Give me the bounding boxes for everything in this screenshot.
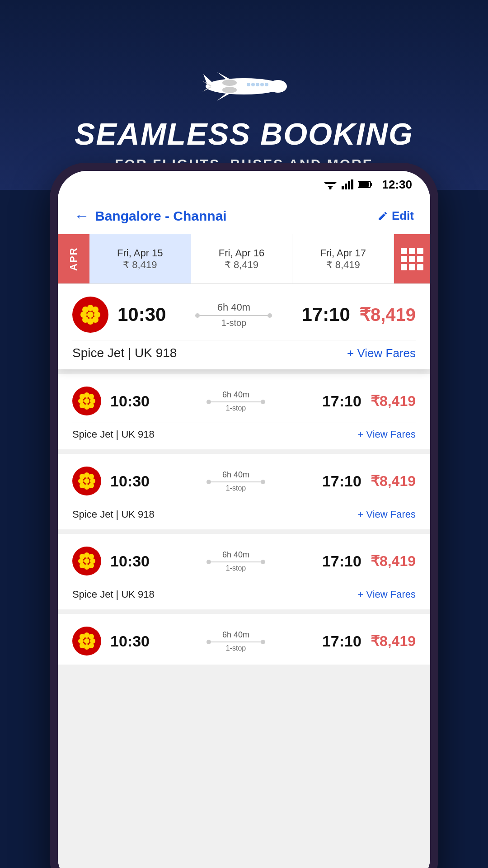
airline-logo-1 <box>72 387 101 415</box>
fare-4: ₹8,419 <box>371 632 416 650</box>
svg-rect-13 <box>342 186 344 189</box>
depart-time-4: 10:30 <box>110 632 150 650</box>
duration-text-1: 6h 40m <box>222 390 249 400</box>
svg-rect-14 <box>345 184 347 189</box>
view-fares-button-2[interactable]: + View Fares <box>357 509 416 520</box>
depart-time-1: 10:30 <box>110 392 150 410</box>
date-day-2: Fri, Apr 17 <box>320 247 366 259</box>
back-arrow-icon: ← <box>74 207 89 225</box>
arrive-time-4: 17:10 <box>322 632 361 650</box>
spicejet-logo-2 <box>74 468 100 494</box>
depart-time-3: 10:30 <box>110 552 150 570</box>
fare-3: ₹8,419 <box>371 552 416 570</box>
spicejet-logo-1 <box>74 388 100 414</box>
svg-point-35 <box>84 398 89 404</box>
app-header: ← Bangalore - Channai Edit <box>58 198 430 234</box>
flight-info-row-2: Spice Jet | UK 918 + View Fares <box>72 503 416 520</box>
flight-times-2: 10:30 6h 40m 1-stop 17:10 <box>110 470 361 492</box>
flight-card-2[interactable]: 10:30 6h 40m 1-stop 17:10 ₹8,419 <box>58 454 430 529</box>
flight-main-row-0: 10:30 6h 40m 1-stop 17:10 ₹8,419 <box>72 297 416 333</box>
svg-point-1 <box>269 80 287 93</box>
flight-times-3: 10:30 6h 40m 1-stop 17:10 <box>110 550 361 572</box>
back-button[interactable]: ← Bangalore - Channai <box>74 207 227 225</box>
svg-point-65 <box>84 638 89 644</box>
date-selector: APR Fri, Apr 15 ₹ 8,419 Fri, Apr 16 ₹ 8,… <box>58 234 430 284</box>
svg-rect-19 <box>359 182 369 187</box>
fare-0: ₹8,419 <box>359 304 416 325</box>
svg-point-29 <box>92 316 99 323</box>
status-bar: 12:30 <box>58 171 430 198</box>
duration-info-4: 6h 40m 1-stop <box>209 630 263 652</box>
duration-info-0: 6h 40m 1-stop <box>197 302 270 328</box>
stops-text-0: 1-stop <box>221 318 247 328</box>
route-title: Bangalore - Channai <box>95 208 227 224</box>
duration-line-2 <box>209 481 263 482</box>
date-item-2[interactable]: Fri, Apr 17 ₹ 8,419 <box>292 234 394 283</box>
date-price-0: ₹ 8,419 <box>123 259 157 271</box>
view-fares-button-1[interactable]: + View Fares <box>357 429 416 440</box>
duration-text-4: 6h 40m <box>222 630 249 640</box>
svg-point-69 <box>89 643 94 648</box>
date-day-1: Fri, Apr 16 <box>219 247 264 259</box>
month-label: APR <box>58 234 89 283</box>
phone-mockup: 12:30 ← Bangalore - Channai Edit APR <box>50 163 438 868</box>
view-fares-button-3[interactable]: + View Fares <box>357 589 416 600</box>
date-price-1: ₹ 8,419 <box>225 259 258 271</box>
view-fares-button-0[interactable]: + View Fares <box>347 346 416 360</box>
stops-text-2: 1-stop <box>226 484 246 492</box>
duration-text-2: 6h 40m <box>222 470 249 480</box>
arrive-time-3: 17:10 <box>322 552 361 570</box>
flight-info-row-3: Spice Jet | UK 918 + View Fares <box>72 583 416 600</box>
grid-icon <box>401 248 423 270</box>
svg-point-8 <box>247 83 250 86</box>
spicejet-logo-3 <box>74 548 100 574</box>
duration-info-3: 6h 40m 1-stop <box>209 550 263 572</box>
flight-times-0: 10:30 6h 40m 1-stop 17:10 <box>117 302 350 328</box>
airline-logo-3 <box>72 547 101 576</box>
signal-icon <box>342 179 353 189</box>
phone-frame: 12:30 ← Bangalore - Channai Edit APR <box>50 163 438 868</box>
svg-point-59 <box>89 563 94 568</box>
date-items: Fri, Apr 15 ₹ 8,419 Fri, Apr 16 ₹ 8,419 … <box>89 234 394 283</box>
airline-name-0: Spice Jet | UK 918 <box>72 346 177 360</box>
fare-1: ₹8,419 <box>371 392 416 410</box>
flight-card-3[interactable]: 10:30 6h 40m 1-stop 17:10 ₹8,419 <box>58 534 430 609</box>
airline-name-2: Spice Jet | UK 918 <box>72 509 155 520</box>
hero-title: SEAMLESS BOOKING <box>75 117 413 151</box>
calendar-grid-button[interactable] <box>394 234 430 283</box>
svg-rect-18 <box>371 183 372 186</box>
date-item-0[interactable]: Fri, Apr 15 ₹ 8,419 <box>89 234 191 283</box>
duration-line-1 <box>209 401 263 402</box>
arrive-time-2: 17:10 <box>322 472 361 490</box>
flight-card-1[interactable]: 10:30 6h 40m 1-stop 17:10 ₹8,419 <box>58 374 430 449</box>
duration-info-2: 6h 40m 1-stop <box>209 470 263 492</box>
airline-name-3: Spice Jet | UK 918 <box>72 589 155 600</box>
airplane-icon <box>194 63 294 108</box>
flight-times-4: 10:30 6h 40m 1-stop 17:10 <box>110 630 361 652</box>
date-price-2: ₹ 8,419 <box>326 259 360 271</box>
edit-button[interactable]: Edit <box>377 209 414 223</box>
flight-card-0[interactable]: 10:30 6h 40m 1-stop 17:10 ₹8,419 <box>58 284 430 369</box>
svg-point-49 <box>89 483 94 488</box>
flight-list: 10:30 6h 40m 1-stop 17:10 ₹8,419 <box>58 284 430 868</box>
flight-card-4[interactable]: 10:30 6h 40m 1-stop 17:10 ₹8,419 <box>58 614 430 665</box>
date-day-0: Fri, Apr 15 <box>117 247 163 259</box>
edit-label: Edit <box>392 209 414 223</box>
status-time: 12:30 <box>382 178 413 192</box>
duration-line-3 <box>209 561 263 562</box>
spicejet-logo-0 <box>75 299 106 330</box>
svg-point-5 <box>260 83 264 86</box>
stops-text-1: 1-stop <box>226 404 246 412</box>
svg-point-6 <box>256 83 259 86</box>
svg-point-25 <box>87 311 94 318</box>
duration-info-1: 6h 40m 1-stop <box>209 390 263 412</box>
hero-section: SEAMLESS BOOKING FOR FLIGHTS, BUSES AND … <box>0 0 488 190</box>
duration-line-4 <box>209 642 263 642</box>
svg-point-7 <box>251 83 255 86</box>
flight-main-row-4: 10:30 6h 40m 1-stop 17:10 ₹8,419 <box>72 627 416 656</box>
airline-logo-0 <box>72 297 108 333</box>
date-item-1[interactable]: Fri, Apr 16 ₹ 8,419 <box>191 234 293 283</box>
flight-info-row-1: Spice Jet | UK 918 + View Fares <box>72 423 416 440</box>
svg-rect-16 <box>351 179 353 189</box>
arrive-time-1: 17:10 <box>322 392 361 410</box>
